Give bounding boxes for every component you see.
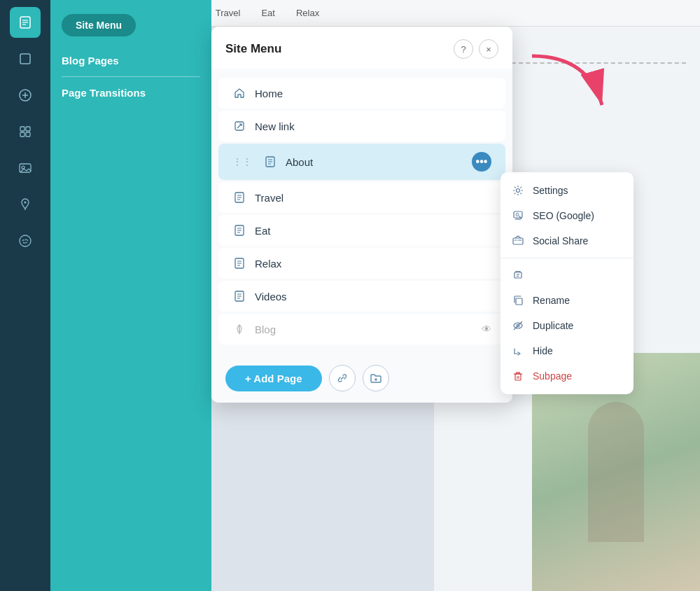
eat-icon [232,223,246,237]
media-icon[interactable] [10,153,41,183]
secondary-sidebar: Site Menu Blog Pages Page Transitions [50,0,211,591]
context-subpage[interactable]: Hide [500,338,634,363]
site-menu-modal: Site Menu ? × Home [211,27,512,403]
context-seo[interactable]: SEO (Google) [500,203,634,228]
svg-rect-53 [515,374,521,380]
apps-icon[interactable] [10,116,41,147]
nav-travel: Travel [216,8,241,18]
svg-rect-46 [514,272,522,278]
nav-eat: Eat [261,8,275,18]
modal-body: Home New link ⋮⋮ [211,69,512,354]
settings-icon [512,184,524,197]
social-share-label: Social Share [533,235,588,246]
hide-label: Duplicate [533,320,573,331]
hide-icon [512,319,524,332]
blog-label: Blog [255,324,473,335]
menu-item-about[interactable]: ⋮⋮ About ••• [218,144,505,180]
delete-icon [512,370,524,382]
context-delete[interactable]: Subpage [500,363,634,389]
layers-icon[interactable] [10,43,41,74]
menu-item-newlink[interactable]: New link [218,111,505,141]
blog-icon [232,322,246,336]
svg-rect-9 [20,127,24,131]
menu-item-home[interactable]: Home [218,78,505,109]
help-button[interactable]: ? [454,39,473,59]
seo-label: SEO (Google) [533,210,594,221]
context-duplicate[interactable]: Rename [500,288,634,313]
home-icon [232,86,246,100]
svg-rect-45 [513,238,523,244]
sidebar-divider [62,76,200,77]
modal-footer: + Add Page [211,354,512,403]
chat-icon[interactable] [10,225,41,256]
modal-header-icons: ? × [454,39,498,59]
subpage-label: Hide [533,345,553,356]
blog-pages-link[interactable]: Blog Pages [62,50,200,71]
svg-rect-10 [26,127,30,131]
add-folder-button[interactable] [363,365,389,391]
left-sidebar [0,0,50,591]
svg-rect-11 [20,132,24,137]
menu-item-travel[interactable]: Travel [218,182,505,213]
svg-point-14 [22,166,24,169]
home-label: Home [255,88,491,99]
about-more-button[interactable]: ••• [472,152,491,172]
about-page-icon [263,155,277,169]
duplicate-icon [512,294,524,307]
rename-icon [512,269,524,281]
svg-point-17 [20,235,31,246]
menu-item-eat[interactable]: Eat [218,215,505,246]
videos-icon [232,289,246,303]
pen-icon[interactable] [10,189,41,220]
newlink-icon [232,119,246,133]
relax-label: Relax [255,258,491,270]
pages-icon[interactable] [10,7,41,38]
add-element-icon[interactable] [10,80,41,111]
share-icon [512,235,524,247]
drag-handle: ⋮⋮ [232,156,252,167]
hidden-eye-icon: 👁 [482,324,491,335]
duplicate-label: Rename [533,295,570,306]
menu-item-videos[interactable]: Videos [218,281,505,312]
svg-rect-12 [26,132,30,137]
svg-point-15 [24,202,27,204]
context-rename[interactable] [500,263,634,288]
newlink-label: New link [255,120,491,132]
add-link-button[interactable] [329,365,356,391]
svg-point-43 [516,214,519,216]
add-page-button[interactable]: + Add Page [225,366,322,391]
videos-label: Videos [255,291,491,303]
menu-item-relax[interactable]: Relax [218,248,505,279]
modal-header: Site Menu ? × [211,27,512,69]
page-transitions-link[interactable]: Page Transitions [62,83,200,103]
about-label: About [286,156,463,168]
relax-icon [232,256,246,270]
settings-label: Settings [533,185,568,196]
context-settings[interactable]: Settings [500,178,634,203]
context-hide[interactable]: Duplicate [500,313,634,338]
travel-icon [232,190,246,204]
eat-label: Eat [255,225,491,237]
context-menu: Settings SEO (Google) Soc [500,172,634,394]
travel-label: Travel [255,192,491,204]
svg-point-41 [517,189,520,193]
context-divider [500,258,634,258]
modal-title: Site Menu [225,42,281,56]
svg-rect-5 [20,54,30,64]
delete-label: Subpage [533,370,572,382]
menu-item-blog[interactable]: Blog 👁 [218,314,505,345]
site-menu-button[interactable]: Site Menu [62,14,136,36]
context-social-share[interactable]: Social Share [500,228,634,253]
seo-icon [512,209,524,222]
subpage-icon [512,345,524,357]
close-button[interactable]: × [479,39,498,59]
nav-relax: Relax [296,8,319,18]
